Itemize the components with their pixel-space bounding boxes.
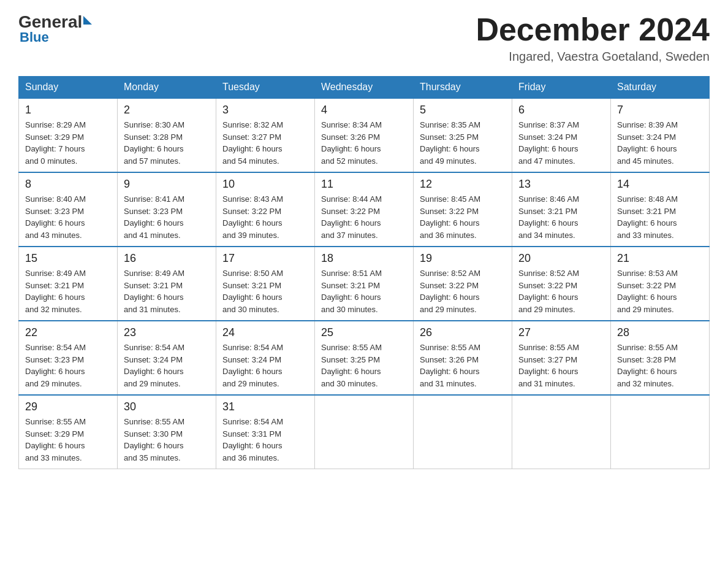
day-number: 31	[222, 400, 308, 413]
day-number: 27	[518, 326, 604, 339]
day-number: 28	[617, 326, 703, 339]
table-row: 8 Sunrise: 8:40 AM Sunset: 3:23 PM Dayli…	[19, 172, 118, 247]
table-row: 28 Sunrise: 8:55 AM Sunset: 3:28 PM Dayl…	[611, 321, 710, 395]
day-number: 3	[222, 104, 308, 117]
day-number: 7	[617, 104, 703, 117]
col-tuesday: Tuesday	[216, 77, 315, 99]
day-info: Sunrise: 8:54 AM Sunset: 3:31 PM Dayligh…	[222, 416, 308, 464]
day-info: Sunrise: 8:52 AM Sunset: 3:22 PM Dayligh…	[420, 267, 506, 315]
day-number: 2	[124, 104, 210, 117]
col-wednesday: Wednesday	[315, 77, 414, 99]
table-row	[611, 395, 710, 469]
day-info: Sunrise: 8:51 AM Sunset: 3:21 PM Dayligh…	[321, 267, 407, 315]
table-row: 10 Sunrise: 8:43 AM Sunset: 3:22 PM Dayl…	[216, 172, 315, 247]
table-row: 24 Sunrise: 8:54 AM Sunset: 3:24 PM Dayl…	[216, 321, 315, 395]
day-number: 4	[321, 104, 407, 117]
day-info: Sunrise: 8:43 AM Sunset: 3:22 PM Dayligh…	[222, 193, 308, 241]
day-info: Sunrise: 8:32 AM Sunset: 3:27 PM Dayligh…	[222, 119, 308, 167]
location-text: Ingared, Vaestra Goetaland, Sweden	[476, 50, 710, 64]
table-row: 29 Sunrise: 8:55 AM Sunset: 3:29 PM Dayl…	[19, 395, 118, 469]
logo-triangle-icon	[83, 16, 92, 25]
table-row	[315, 395, 414, 469]
day-info: Sunrise: 8:46 AM Sunset: 3:21 PM Dayligh…	[518, 193, 604, 241]
page-header: General Blue December 2024 Ingared, Vaes…	[18, 12, 710, 64]
table-row: 5 Sunrise: 8:35 AM Sunset: 3:25 PM Dayli…	[414, 98, 512, 172]
day-info: Sunrise: 8:37 AM Sunset: 3:24 PM Dayligh…	[518, 119, 604, 167]
table-row: 25 Sunrise: 8:55 AM Sunset: 3:25 PM Dayl…	[315, 321, 414, 395]
table-row: 3 Sunrise: 8:32 AM Sunset: 3:27 PM Dayli…	[216, 98, 315, 172]
day-info: Sunrise: 8:34 AM Sunset: 3:26 PM Dayligh…	[321, 119, 407, 167]
day-number: 18	[321, 252, 407, 265]
day-info: Sunrise: 8:49 AM Sunset: 3:21 PM Dayligh…	[25, 267, 111, 315]
day-info: Sunrise: 8:55 AM Sunset: 3:28 PM Dayligh…	[617, 342, 703, 389]
logo-blue-text: Blue	[20, 29, 49, 45]
calendar-table: Sunday Monday Tuesday Wednesday Thursday…	[18, 76, 710, 469]
title-block: December 2024 Ingared, Vaestra Goetaland…	[476, 12, 710, 64]
table-row: 19 Sunrise: 8:52 AM Sunset: 3:22 PM Dayl…	[414, 247, 512, 321]
day-info: Sunrise: 8:48 AM Sunset: 3:21 PM Dayligh…	[617, 193, 703, 241]
day-number: 21	[617, 252, 703, 265]
calendar-week-row: 15 Sunrise: 8:49 AM Sunset: 3:21 PM Dayl…	[19, 247, 710, 321]
table-row: 14 Sunrise: 8:48 AM Sunset: 3:21 PM Dayl…	[611, 172, 710, 247]
calendar-week-row: 8 Sunrise: 8:40 AM Sunset: 3:23 PM Dayli…	[19, 172, 710, 247]
col-monday: Monday	[118, 77, 216, 99]
day-info: Sunrise: 8:55 AM Sunset: 3:27 PM Dayligh…	[518, 342, 604, 389]
table-row: 17 Sunrise: 8:50 AM Sunset: 3:21 PM Dayl…	[216, 247, 315, 321]
day-info: Sunrise: 8:35 AM Sunset: 3:25 PM Dayligh…	[420, 119, 506, 167]
day-number: 16	[124, 252, 210, 265]
logo: General Blue	[18, 12, 92, 45]
table-row: 22 Sunrise: 8:54 AM Sunset: 3:23 PM Dayl…	[19, 321, 118, 395]
day-info: Sunrise: 8:39 AM Sunset: 3:24 PM Dayligh…	[617, 119, 703, 167]
table-row: 1 Sunrise: 8:29 AM Sunset: 3:29 PM Dayli…	[19, 98, 118, 172]
day-number: 22	[25, 326, 111, 339]
col-friday: Friday	[512, 77, 611, 99]
table-row	[414, 395, 512, 469]
day-number: 14	[617, 178, 703, 191]
day-number: 10	[222, 178, 308, 191]
table-row: 12 Sunrise: 8:45 AM Sunset: 3:22 PM Dayl…	[414, 172, 512, 247]
table-row: 2 Sunrise: 8:30 AM Sunset: 3:28 PM Dayli…	[118, 98, 216, 172]
day-info: Sunrise: 8:55 AM Sunset: 3:29 PM Dayligh…	[25, 416, 111, 464]
table-row: 11 Sunrise: 8:44 AM Sunset: 3:22 PM Dayl…	[315, 172, 414, 247]
day-number: 23	[124, 326, 210, 339]
day-info: Sunrise: 8:54 AM Sunset: 3:24 PM Dayligh…	[124, 342, 210, 389]
table-row: 18 Sunrise: 8:51 AM Sunset: 3:21 PM Dayl…	[315, 247, 414, 321]
table-row: 27 Sunrise: 8:55 AM Sunset: 3:27 PM Dayl…	[512, 321, 611, 395]
day-info: Sunrise: 8:55 AM Sunset: 3:26 PM Dayligh…	[420, 342, 506, 389]
table-row: 4 Sunrise: 8:34 AM Sunset: 3:26 PM Dayli…	[315, 98, 414, 172]
day-number: 15	[25, 252, 111, 265]
month-title: December 2024	[476, 12, 710, 47]
day-info: Sunrise: 8:50 AM Sunset: 3:21 PM Dayligh…	[222, 267, 308, 315]
table-row: 20 Sunrise: 8:52 AM Sunset: 3:22 PM Dayl…	[512, 247, 611, 321]
day-info: Sunrise: 8:30 AM Sunset: 3:28 PM Dayligh…	[124, 119, 210, 167]
calendar-week-row: 1 Sunrise: 8:29 AM Sunset: 3:29 PM Dayli…	[19, 98, 710, 172]
day-number: 1	[25, 104, 111, 117]
day-number: 9	[124, 178, 210, 191]
table-row: 21 Sunrise: 8:53 AM Sunset: 3:22 PM Dayl…	[611, 247, 710, 321]
col-thursday: Thursday	[414, 77, 512, 99]
day-info: Sunrise: 8:55 AM Sunset: 3:30 PM Dayligh…	[124, 416, 210, 464]
table-row: 15 Sunrise: 8:49 AM Sunset: 3:21 PM Dayl…	[19, 247, 118, 321]
day-info: Sunrise: 8:45 AM Sunset: 3:22 PM Dayligh…	[420, 193, 506, 241]
table-row: 16 Sunrise: 8:49 AM Sunset: 3:21 PM Dayl…	[118, 247, 216, 321]
col-saturday: Saturday	[611, 77, 710, 99]
table-row	[512, 395, 611, 469]
table-row: 26 Sunrise: 8:55 AM Sunset: 3:26 PM Dayl…	[414, 321, 512, 395]
day-info: Sunrise: 8:52 AM Sunset: 3:22 PM Dayligh…	[518, 267, 604, 315]
day-info: Sunrise: 8:41 AM Sunset: 3:23 PM Dayligh…	[124, 193, 210, 241]
day-number: 30	[124, 400, 210, 413]
day-number: 20	[518, 252, 604, 265]
day-info: Sunrise: 8:55 AM Sunset: 3:25 PM Dayligh…	[321, 342, 407, 389]
day-number: 13	[518, 178, 604, 191]
calendar-week-row: 29 Sunrise: 8:55 AM Sunset: 3:29 PM Dayl…	[19, 395, 710, 469]
day-info: Sunrise: 8:49 AM Sunset: 3:21 PM Dayligh…	[124, 267, 210, 315]
table-row: 23 Sunrise: 8:54 AM Sunset: 3:24 PM Dayl…	[118, 321, 216, 395]
day-info: Sunrise: 8:29 AM Sunset: 3:29 PM Dayligh…	[25, 119, 111, 167]
day-number: 5	[420, 104, 506, 117]
day-number: 25	[321, 326, 407, 339]
day-info: Sunrise: 8:44 AM Sunset: 3:22 PM Dayligh…	[321, 193, 407, 241]
table-row: 7 Sunrise: 8:39 AM Sunset: 3:24 PM Dayli…	[611, 98, 710, 172]
day-number: 11	[321, 178, 407, 191]
table-row: 30 Sunrise: 8:55 AM Sunset: 3:30 PM Dayl…	[118, 395, 216, 469]
day-number: 29	[25, 400, 111, 413]
